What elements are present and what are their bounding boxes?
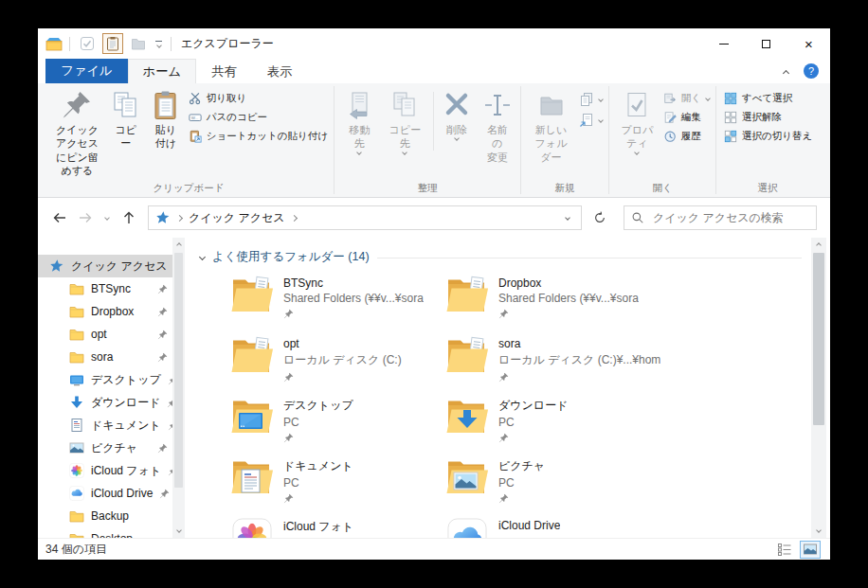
sidebar-scrollbar[interactable]	[172, 238, 185, 538]
refresh-button[interactable]	[587, 205, 613, 230]
scroll-down-button[interactable]	[811, 523, 826, 538]
search-input[interactable]	[651, 210, 809, 225]
pin-to-quick-access-button[interactable]: クイック アクセス にピン留めする	[49, 88, 105, 179]
folder-tile-downloads[interactable]: ダウンロードPC	[445, 397, 660, 457]
button-label: 変更	[487, 151, 508, 164]
scrollbar-thumb[interactable]	[174, 253, 183, 488]
select-all-button[interactable]: すべて選択	[722, 91, 814, 106]
sidebar-item-desktop-jp[interactable]: デスクトップ	[38, 368, 172, 391]
folder-tile-icloud-photos[interactable]: iCloud フォトPC	[230, 518, 445, 538]
paste-button[interactable]: 貼り付け	[147, 88, 185, 152]
section-header[interactable]: よく使用するフォルダー (14)	[185, 238, 811, 265]
thumbnail-view-button[interactable]	[800, 541, 821, 559]
select-none-button[interactable]: 選択解除	[722, 110, 814, 125]
titlebar: エクスプローラー ×	[38, 28, 830, 59]
sidebar-item-quick-access[interactable]: クイック アクセス	[38, 255, 172, 277]
address-dropdown-button[interactable]	[556, 206, 579, 229]
sidebar-item-sora[interactable]: sora	[38, 346, 172, 368]
recent-locations-button[interactable]	[100, 206, 114, 229]
maximize-button[interactable]	[745, 28, 787, 59]
qat-customize-button[interactable]	[154, 41, 164, 47]
delete-button[interactable]: 削除	[438, 88, 476, 142]
copy-button[interactable]: コピー	[107, 88, 145, 152]
button-label: パスのコピー	[207, 111, 267, 124]
qat-paste-button[interactable]	[102, 33, 123, 54]
new-item-button[interactable]	[577, 91, 605, 108]
sidebar-item-documents[interactable]: ドキュメント	[38, 414, 172, 437]
open-small-buttons: 開く 編集 履歴	[661, 88, 712, 144]
details-view-button[interactable]	[774, 541, 795, 559]
forward-button[interactable]	[75, 206, 96, 229]
tile-text: iCloud フォトPC	[283, 518, 353, 538]
breadcrumb-root[interactable]: クイック アクセス	[189, 210, 285, 226]
content-scrollbar[interactable]	[811, 238, 826, 538]
chevron-down-icon	[104, 215, 110, 221]
qat-properties-button[interactable]	[77, 33, 98, 54]
sidebar-item-backup[interactable]: Backup	[38, 505, 172, 527]
sidebar-item-downloads[interactable]: ダウンロード	[38, 391, 172, 414]
new-shortcut-button[interactable]	[577, 112, 605, 129]
paste-shortcut-button[interactable]: ショートカットの貼り付け	[187, 129, 330, 144]
collapse-ribbon-button[interactable]	[782, 62, 790, 80]
icloud-drive-icon	[445, 518, 489, 538]
open-button[interactable]: 開く	[661, 91, 712, 106]
folder-tile-dropbox[interactable]: DropboxShared Folders (¥¥v...¥sora	[445, 276, 660, 336]
sidebar-item-btsync[interactable]: BTSync	[38, 277, 172, 300]
scroll-down-button[interactable]	[172, 523, 185, 538]
button-label: 選択の切り替え	[742, 130, 812, 143]
sidebar-item-pictures[interactable]: ピクチャ	[38, 437, 172, 459]
folder-tile-documents[interactable]: ドキュメントPC	[230, 457, 445, 518]
sidebar-item-icloud-photos[interactable]: iCloud フォト	[38, 459, 172, 482]
history-button[interactable]: 履歴	[661, 129, 712, 144]
tile-name: デスクトップ	[283, 398, 353, 414]
address-bar[interactable]: クイック アクセス	[148, 205, 582, 230]
scroll-up-button[interactable]	[811, 238, 826, 253]
select-invert-icon	[724, 130, 737, 143]
scroll-up-button[interactable]	[172, 238, 185, 253]
folder-tile-icloud-drive[interactable]: iCloud Drivesora	[445, 518, 660, 538]
properties-button[interactable]: プロパティ	[615, 88, 660, 156]
sidebar-item-dropbox[interactable]: Dropbox	[38, 300, 172, 323]
scrollbar-thumb[interactable]	[813, 253, 824, 425]
sidebar-item-desktop-en[interactable]: Desktop	[38, 527, 172, 538]
sidebar-item-opt[interactable]: opt	[38, 323, 172, 346]
pin-icon	[283, 493, 294, 504]
cut-button[interactable]: 切り取り	[187, 91, 330, 106]
close-button[interactable]: ×	[787, 28, 830, 59]
folder-icon	[131, 36, 146, 51]
invert-selection-button[interactable]: 選択の切り替え	[722, 129, 814, 144]
rename-button[interactable]: 名前の 変更	[478, 88, 516, 166]
back-button[interactable]	[49, 206, 70, 229]
help-icon[interactable]: ?	[804, 63, 819, 79]
arrow-left-icon	[52, 210, 67, 225]
edit-button[interactable]: 編集	[661, 110, 712, 125]
copy-to-icon	[389, 90, 420, 120]
tab-file[interactable]: ファイル	[45, 59, 128, 83]
up-button[interactable]	[118, 206, 139, 229]
folder-tile-pictures[interactable]: ピクチャPC	[445, 457, 660, 518]
folder-tile-btsync[interactable]: BTSyncShared Folders (¥¥v...¥sora	[230, 276, 445, 336]
tile-subtitle: PC	[283, 476, 353, 490]
chevron-up-icon	[783, 69, 789, 76]
copy-path-button[interactable]: W... パスのコピー	[187, 110, 330, 125]
tab-view[interactable]: 表示	[252, 59, 308, 83]
folder-tile-sora[interactable]: soraローカル ディスク (C:)¥...¥home	[445, 336, 660, 397]
minimize-button[interactable]	[702, 28, 745, 59]
pin-icon	[283, 433, 294, 443]
button-label: にピン留めする	[53, 151, 101, 178]
tab-home[interactable]: ホーム	[128, 59, 197, 83]
sidebar-item-icloud-drive[interactable]: iCloud Drive	[38, 482, 172, 505]
qat-new-folder-button[interactable]	[128, 33, 149, 54]
new-folder-button[interactable]: 新しい フォルダー	[527, 88, 575, 166]
pin-icon	[498, 372, 509, 383]
chevron-right-icon	[291, 215, 298, 222]
folder-tile-desktop[interactable]: デスクトップPC	[230, 397, 445, 457]
tile-subtitle: PC	[283, 416, 353, 429]
tile-name: sora	[498, 337, 660, 350]
tab-share[interactable]: 共有	[196, 59, 252, 83]
status-bar: 34 個の項目	[38, 538, 830, 560]
folder-tile-opt[interactable]: optローカル ディスク (C:)	[230, 336, 445, 397]
copy-to-button[interactable]: コピー先	[380, 88, 429, 156]
move-to-button[interactable]: 移動先	[340, 88, 378, 156]
tile-name: ドキュメント	[283, 458, 353, 474]
